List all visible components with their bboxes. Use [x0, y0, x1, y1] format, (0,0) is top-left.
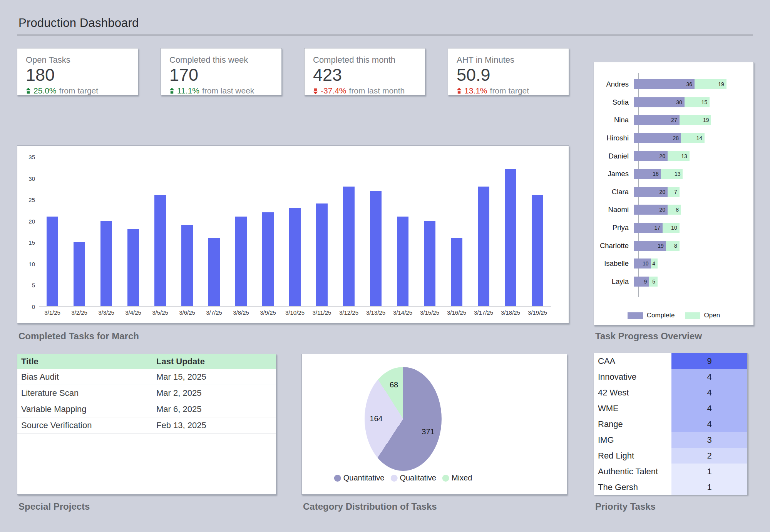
segment-open[interactable]: 4 — [651, 258, 658, 269]
stacked-bar[interactable]: 2814 — [634, 133, 705, 143]
segment-open[interactable]: 13 — [668, 151, 690, 161]
stacked-bar[interactable]: 1710 — [634, 223, 680, 233]
bar-3/9/25[interactable] — [262, 212, 274, 307]
stacked-bar[interactable]: 208 — [634, 205, 681, 215]
segment-open[interactable]: 13 — [661, 169, 683, 179]
segment-complete[interactable]: 30 — [634, 97, 685, 107]
stacked-bar[interactable]: 95 — [634, 277, 658, 287]
column-header-last-update: Last Update — [156, 357, 276, 367]
priority-row-WME[interactable]: WME4 — [594, 400, 747, 416]
segment-complete[interactable]: 16 — [634, 169, 661, 179]
kpi-card-3: AHT in Minutes50.913.1% from target — [448, 48, 569, 95]
assignee-name: Charlotte — [594, 242, 634, 250]
x-tick-label: 3/6/25 — [174, 309, 201, 316]
segment-open[interactable]: 7 — [668, 187, 680, 197]
bar-3/1/25[interactable] — [47, 217, 58, 306]
bar-3/11/25[interactable] — [316, 203, 328, 306]
x-tick-label: 3/13/25 — [362, 309, 389, 316]
bar-3/15/25[interactable] — [424, 221, 435, 306]
bar-3/12/25[interactable] — [343, 187, 355, 306]
x-tick-label: 3/15/25 — [416, 309, 443, 316]
priority-row-IMG[interactable]: IMG3 — [594, 432, 747, 448]
segment-complete[interactable]: 17 — [634, 223, 663, 233]
segment-complete[interactable]: 36 — [634, 79, 695, 89]
bar-slot — [66, 157, 93, 306]
segment-complete[interactable]: 10 — [634, 258, 651, 269]
bar-3/6/25[interactable] — [181, 225, 193, 306]
stacked-bar[interactable]: 2719 — [634, 115, 711, 125]
project-title: Bias Audit — [17, 372, 156, 382]
x-tick-label: 3/1/25 — [39, 309, 66, 316]
stacked-bar[interactable]: 104 — [634, 258, 658, 269]
bar-slot — [120, 157, 147, 306]
legend-item-complete[interactable]: Complete — [628, 312, 675, 319]
table-row[interactable]: Variable MappingMar 6, 2025 — [17, 401, 276, 417]
priority-row-Innovative[interactable]: Innovative4 — [594, 369, 747, 385]
assignee-name: Isabelle — [594, 259, 634, 268]
bar-3/16/25[interactable] — [451, 238, 462, 306]
kpi-delta-suffix: from last month — [349, 86, 405, 95]
priority-row-The Gersh[interactable]: The Gersh1 — [594, 479, 747, 495]
segment-open[interactable]: 19 — [695, 79, 726, 89]
stacked-bar[interactable]: 3619 — [634, 79, 726, 89]
priority-row-42 West[interactable]: 42 West4 — [594, 385, 747, 400]
segment-open[interactable]: 8 — [668, 205, 681, 215]
priority-row-CAA[interactable]: CAA9 — [594, 353, 747, 369]
stacked-bar[interactable]: 2013 — [634, 151, 690, 161]
kpi-delta: -37.4% from last month — [313, 86, 417, 95]
table-row[interactable]: Literature ScanMar 2, 2025 — [17, 385, 276, 401]
segment-open[interactable]: 8 — [666, 241, 680, 251]
priority-row-Authentic Talent[interactable]: Authentic Talent1 — [594, 464, 747, 479]
assignee-name: James — [594, 170, 634, 178]
stacked-bar[interactable]: 1613 — [634, 169, 683, 179]
priority-value: 1 — [671, 479, 747, 495]
assignee-name: Layla — [594, 277, 634, 286]
bar-3/18/25[interactable] — [505, 169, 516, 306]
kpi-label: AHT in Minutes — [457, 55, 560, 65]
segment-open[interactable]: 19 — [680, 115, 711, 125]
bar-3/5/25[interactable] — [154, 195, 166, 306]
segment-open[interactable]: 5 — [649, 277, 658, 287]
segment-open[interactable]: 15 — [685, 97, 710, 107]
priority-value: 3 — [671, 432, 747, 448]
segment-complete[interactable]: 20 — [634, 187, 668, 197]
segment-complete[interactable]: 9 — [634, 277, 649, 287]
bar-3/4/25[interactable] — [127, 229, 139, 306]
stacked-bar[interactable]: 198 — [634, 241, 680, 251]
legend-item-open[interactable]: Open — [685, 312, 720, 319]
bar-3/8/25[interactable] — [235, 217, 247, 306]
bar-3/17/25[interactable] — [478, 187, 489, 306]
stacked-bar[interactable]: 3015 — [634, 97, 710, 107]
priority-row-Range[interactable]: Range4 — [594, 416, 747, 432]
bar-3/19/25[interactable] — [532, 195, 543, 306]
table-row[interactable]: Bias AuditMar 15, 2025 — [17, 369, 276, 385]
project-title: Source Verification — [17, 420, 156, 430]
trend-up-icon — [26, 88, 31, 94]
bar-3/2/25[interactable] — [74, 242, 85, 306]
bar-3/3/25[interactable] — [100, 221, 112, 306]
table-row[interactable]: Source VerificationFeb 13, 2025 — [17, 417, 276, 434]
bar-3/13/25[interactable] — [370, 191, 382, 306]
kpi-delta-value: -37.4% — [321, 86, 346, 95]
segment-open[interactable]: 14 — [681, 133, 705, 143]
segment-open[interactable]: 10 — [663, 223, 680, 233]
segment-complete[interactable]: 28 — [634, 133, 681, 143]
priority-value: 4 — [671, 400, 747, 416]
bar-3/10/25[interactable] — [289, 208, 301, 306]
pie-legend-item-quantitative[interactable]: Quantitative — [334, 474, 385, 482]
bar-3/14/25[interactable] — [397, 217, 408, 306]
pie-legend-item-mixed[interactable]: Mixed — [442, 474, 472, 482]
segment-complete[interactable]: 27 — [634, 115, 680, 125]
legend-dot — [334, 475, 341, 482]
bar-3/7/25[interactable] — [208, 238, 220, 306]
x-tick-label: 3/3/25 — [93, 309, 120, 316]
pie-legend-item-qualitative[interactable]: Qualitative — [390, 474, 436, 482]
stacked-bar[interactable]: 207 — [634, 187, 680, 197]
segment-complete[interactable]: 19 — [634, 241, 666, 251]
priority-row-Red Light[interactable]: Red Light2 — [594, 448, 747, 464]
bar-slot — [416, 157, 443, 306]
segment-complete[interactable]: 20 — [634, 151, 668, 161]
segment-complete[interactable]: 20 — [634, 205, 668, 215]
category-distribution-panel: 37116468 QuantitativeQualitativeMixed — [301, 354, 567, 495]
kpi-delta: 11.1% from last week — [169, 86, 273, 95]
